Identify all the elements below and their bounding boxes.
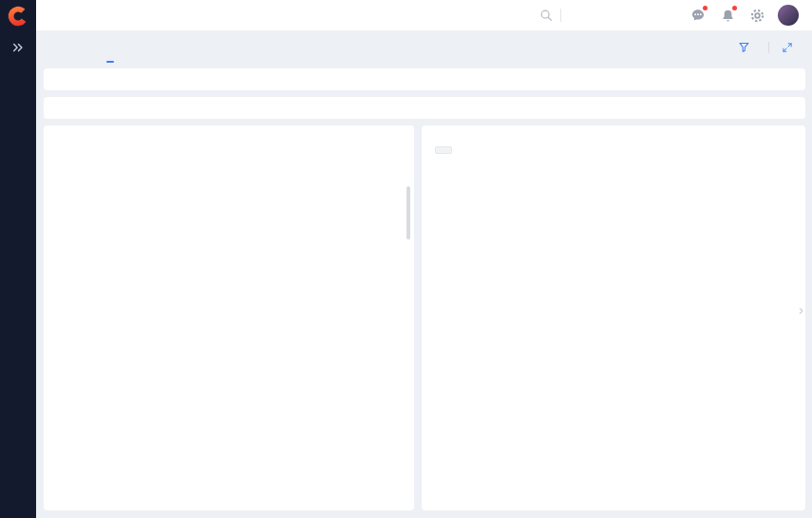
supplier-table-card bbox=[44, 125, 414, 510]
toolbar-divider bbox=[768, 42, 769, 53]
brand-logo-icon bbox=[0, 0, 36, 31]
bell-icon[interactable] bbox=[719, 7, 736, 24]
monthly-kpi-card bbox=[44, 97, 805, 119]
message-icon[interactable] bbox=[689, 7, 707, 24]
search-divider bbox=[560, 9, 561, 22]
tabbar bbox=[36, 31, 812, 63]
main-column: › bbox=[36, 0, 812, 518]
carousel-next-icon[interactable]: › bbox=[799, 302, 803, 317]
search-input[interactable] bbox=[569, 10, 660, 21]
sidebar bbox=[0, 0, 36, 518]
fullscreen-button[interactable] bbox=[782, 42, 799, 53]
advance-amount-badge bbox=[435, 146, 452, 154]
unread-badge bbox=[703, 6, 708, 10]
date-filter[interactable] bbox=[738, 41, 756, 53]
bottom-row: › bbox=[44, 125, 805, 510]
topbar bbox=[36, 0, 812, 31]
search-icon[interactable] bbox=[539, 9, 553, 22]
expand-icon bbox=[782, 42, 793, 53]
annual-kpi-card bbox=[44, 68, 805, 90]
table-scrollbar[interactable] bbox=[406, 186, 410, 240]
funnel-icon bbox=[738, 41, 750, 53]
dashboard-toolbar bbox=[738, 41, 799, 53]
gear-icon[interactable] bbox=[748, 7, 765, 24]
notification-badge bbox=[732, 6, 737, 10]
avatar[interactable] bbox=[778, 5, 799, 26]
risk-chart-card: › bbox=[422, 125, 805, 510]
sidebar-expand-icon[interactable] bbox=[0, 31, 36, 63]
app-root: › bbox=[0, 0, 812, 518]
global-search bbox=[539, 9, 660, 22]
content: › bbox=[36, 63, 812, 518]
